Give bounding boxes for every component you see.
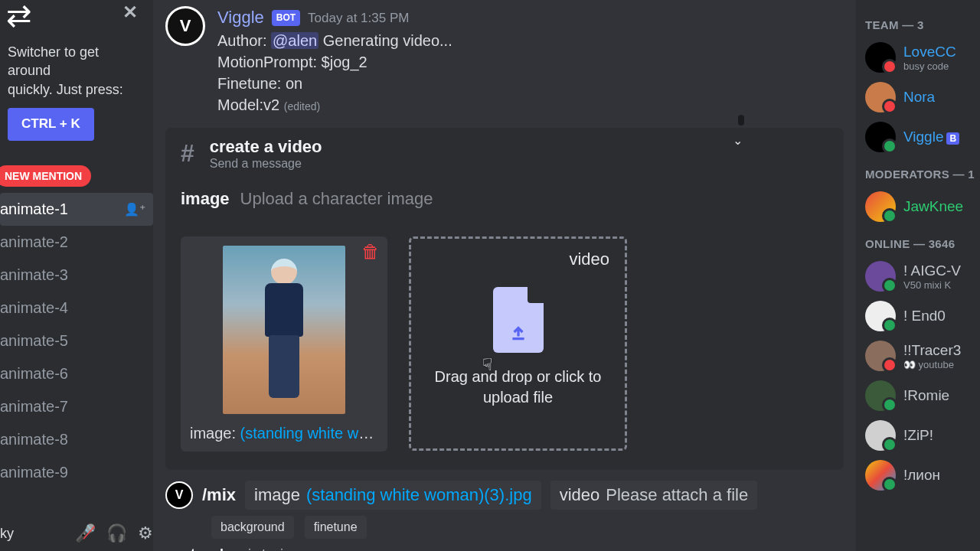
param-label: image — [181, 189, 230, 209]
avatar — [865, 122, 896, 152]
close-icon[interactable]: ✕ — [122, 2, 138, 23]
group-mods: MODERATORS — 1 — [865, 168, 980, 181]
member-jawknee[interactable]: JawKnee — [865, 187, 980, 227]
main-area: V Viggle BOT Today at 1:35 PM Author: @a… — [153, 0, 856, 551]
hint-line1: Switcher to get around — [8, 44, 99, 78]
command-input[interactable]: V /mix image (standing white woman)(3).j… — [165, 481, 844, 510]
headphones-icon[interactable]: 🎧 — [106, 523, 127, 543]
param-background[interactable]: background — [211, 516, 294, 539]
typing-dots-icon: ••• — [165, 546, 185, 551]
channel-animate-9[interactable]: animate-9 — [0, 456, 153, 489]
avatar — [865, 301, 896, 331]
hash-icon: # — [181, 139, 194, 168]
member-lion[interactable]: !лион — [865, 455, 980, 495]
param-image[interactable]: image (standing white woman)(3).jpg — [245, 481, 541, 510]
channel-animate-5[interactable]: animate-5 — [0, 324, 153, 357]
command-avatar: V — [165, 481, 193, 509]
param-hint: Upload a character image — [240, 189, 433, 209]
channel-animate-4[interactable]: animate-4 — [0, 292, 153, 324]
scrollbar-thumb[interactable] — [738, 115, 744, 126]
member-viggle[interactable]: ViggleB — [865, 117, 980, 157]
kbd-shortcut[interactable]: CTRL + K — [8, 108, 94, 141]
command-extras: background finetune — [211, 516, 844, 539]
channel-animate-8[interactable]: animate-8 — [0, 423, 153, 456]
channel-animate-1[interactable]: animate-1 👤⁺ — [0, 193, 153, 226]
avatar — [865, 380, 896, 411]
image-thumbnail[interactable]: 🗑 image: (standing white wom… — [181, 236, 387, 452]
sidebar-footer: ky 🎤̸ 🎧 ⚙ — [0, 516, 153, 551]
msg-line4: Model:v2 (edited) — [217, 94, 844, 116]
bot-avatar[interactable]: V — [165, 6, 205, 46]
member-zip[interactable]: !ZiP! — [865, 416, 980, 455]
avatar — [865, 42, 896, 73]
param-video[interactable]: video Please attach a file — [550, 481, 758, 510]
edited-label: (edited) — [284, 100, 320, 112]
dropzone-label: video — [569, 249, 609, 269]
avatar — [865, 341, 896, 371]
add-user-icon[interactable]: 👤⁺ — [124, 202, 145, 217]
avatar — [865, 460, 896, 491]
command-name: /mix — [202, 485, 236, 505]
chevron-down-icon[interactable]: ⌄ — [733, 133, 743, 148]
thread-subtitle: Send a message — [210, 157, 322, 171]
typing-indicator: ••• tonchan is typing... — [165, 546, 844, 551]
channel-label: animate-1 — [0, 201, 68, 218]
param-finetune[interactable]: finetune — [305, 516, 367, 539]
msg-line2: MotionPrompt: $jog_2 — [217, 51, 844, 73]
dropzone-text: Drag and drop or click to upload file — [426, 367, 609, 408]
param-row: image Upload a character image — [165, 180, 844, 218]
group-team: TEAM — 3 — [865, 18, 980, 31]
member-nora[interactable]: Nora — [865, 77, 980, 117]
msg-line1: Author: @alen Generating video... — [217, 30, 844, 51]
delete-icon[interactable]: 🗑 — [361, 241, 380, 262]
avatar — [865, 261, 896, 292]
member-aigc[interactable]: ! AIGC-V V50 mixi K — [865, 256, 980, 296]
upload-file-icon — [493, 287, 544, 353]
bot-message: V Viggle BOT Today at 1:35 PM Author: @a… — [153, 0, 856, 120]
avatar — [865, 420, 896, 451]
member-end0[interactable]: ! End0 — [865, 296, 980, 336]
upload-area: 🗑 image: (standing white wom… video Drag… — [165, 218, 844, 470]
thumbnail-caption: image: (standing white wom… — [190, 425, 378, 442]
extra-channel[interactable]: ky — [0, 526, 14, 542]
timestamp: Today at 1:35 PM — [308, 9, 409, 28]
group-online: ONLINE — 3646 — [865, 237, 980, 250]
mention[interactable]: @alen — [271, 32, 318, 49]
mic-muted-icon[interactable]: 🎤̸ — [75, 523, 96, 543]
bot-tag: BOT — [272, 10, 300, 26]
thread-title: create a video — [210, 137, 322, 157]
avatar — [865, 191, 896, 222]
channel-animate-6[interactable]: animate-6 — [0, 357, 153, 390]
msg-line3: Finetune: on — [217, 73, 844, 94]
channel-animate-2[interactable]: animate-2 — [0, 226, 153, 259]
channel-list: animate-1 👤⁺ animate-2 animate-3 animate… — [0, 193, 153, 516]
member-tracer[interactable]: !!Tracer3 👀 youtube — [865, 336, 980, 376]
members-panel: TEAM — 3 LoveCC busy code Nora ViggleB M… — [856, 0, 980, 551]
new-mention-badge[interactable]: NEW MENTION — [0, 165, 91, 187]
member-romie[interactable]: !Romie — [865, 376, 980, 416]
hint-line2: quickly. Just press: — [8, 82, 123, 97]
channel-animate-7[interactable]: animate-7 — [0, 390, 153, 423]
switcher-hint: Switcher to get around quickly. Just pre… — [0, 34, 153, 156]
channel-sidebar: ✕ ⇄ Switcher to get around quickly. Just… — [0, 0, 153, 551]
member-lovecc[interactable]: LoveCC busy code — [865, 37, 980, 77]
settings-icon[interactable]: ⚙ — [138, 523, 153, 543]
thumbnail-image — [223, 246, 345, 414]
video-dropzone[interactable]: video Drag and drop or click to upload f… — [409, 236, 627, 451]
avatar — [865, 82, 896, 112]
sender-name[interactable]: Viggle — [217, 6, 264, 30]
channel-animate-3[interactable]: animate-3 — [0, 259, 153, 292]
